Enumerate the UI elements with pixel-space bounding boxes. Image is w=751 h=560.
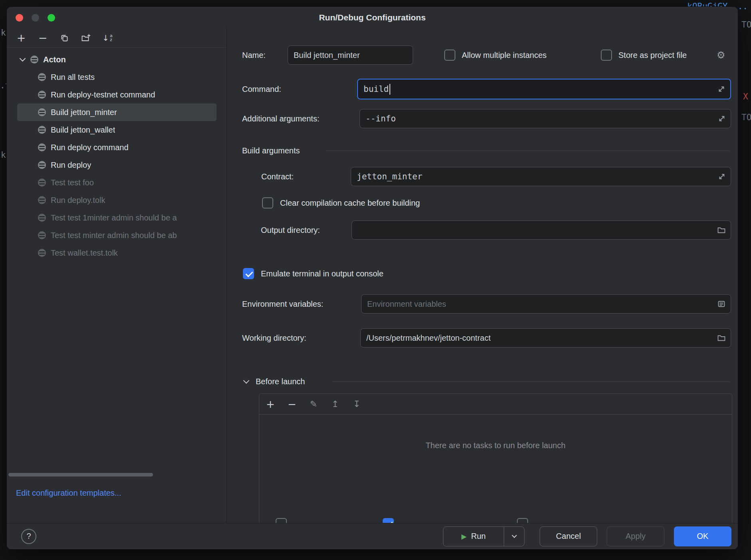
additional-arguments-field[interactable]: --info <box>360 109 731 128</box>
edit-configuration-templates-link[interactable]: Edit configuration templates... <box>16 489 121 498</box>
command-label: Command: <box>242 85 281 94</box>
contract-label: Contract: <box>261 172 294 181</box>
environment-variables-label: Environment variables: <box>242 300 323 309</box>
run-debug-configurations-dialog: Run/Debug Configurations + − ↓ az <box>6 6 738 550</box>
working-directory-label: Working directory: <box>242 334 306 343</box>
contract-value: jetton_minter <box>357 172 422 181</box>
sort-configurations-icon[interactable]: ↓ az <box>103 33 112 43</box>
store-as-project-file-label: Store as project file <box>618 51 687 60</box>
run-config-item[interactable]: Test test 1minter admin should be a <box>7 209 226 226</box>
working-directory-field[interactable] <box>360 328 731 348</box>
working-directory-input[interactable] <box>366 329 711 347</box>
cutoff-checkbox[interactable] <box>517 518 528 523</box>
sidebar-toolbar: + − ↓ az <box>7 28 226 48</box>
expand-field-icon[interactable] <box>718 173 726 181</box>
section-divider <box>332 381 730 382</box>
expand-field-icon[interactable] <box>717 85 725 93</box>
chevron-down-icon <box>512 533 517 538</box>
close-window-button[interactable] <box>16 14 23 22</box>
run-configuration-icon <box>38 143 46 151</box>
run-config-tree: Acton Run all tests Run deploy-testnet c… <box>7 51 226 262</box>
run-config-item[interactable]: Build jetton_wallet <box>7 121 226 139</box>
dialog-titlebar: Run/Debug Configurations <box>7 7 738 28</box>
run-configuration-icon <box>38 161 46 169</box>
configurations-sidebar: + − ↓ az Acton <box>7 28 227 523</box>
folder-browse-icon[interactable] <box>717 226 726 234</box>
emulate-terminal-label: Emulate terminal in output console <box>261 269 383 278</box>
apply-button[interactable]: Apply <box>607 526 664 546</box>
output-directory-input[interactable] <box>358 221 711 239</box>
run-configuration-icon <box>38 73 46 81</box>
zoom-window-button[interactable] <box>48 14 55 22</box>
run-configuration-icon <box>38 126 46 134</box>
allow-multiple-instances-checkbox[interactable] <box>444 50 455 61</box>
cancel-button[interactable]: Cancel <box>540 526 597 546</box>
name-input[interactable] <box>294 46 407 64</box>
run-config-item[interactable]: Run deploy command <box>7 139 226 156</box>
background-text-fragment: TO <box>741 20 751 30</box>
background-text-fragment: X <box>743 92 748 101</box>
expand-field-icon[interactable] <box>718 115 726 123</box>
help-button[interactable]: ? <box>21 529 36 544</box>
run-config-item[interactable]: Test test foo <box>7 174 226 191</box>
run-config-item[interactable]: Run deploy <box>7 156 226 174</box>
run-configuration-icon <box>30 56 38 64</box>
browse-variables-icon[interactable] <box>717 300 726 308</box>
before-launch-panel: + − ✎ ↥ ↧ There are no tasks to run befo… <box>259 393 732 523</box>
run-config-item[interactable]: Test wallet.test.tolk <box>7 244 226 262</box>
ok-button[interactable]: OK <box>674 526 731 546</box>
run-configuration-icon <box>38 179 46 187</box>
additional-arguments-label: Additional arguments: <box>242 114 319 123</box>
environment-variables-input[interactable] <box>367 295 711 313</box>
remove-configuration-icon[interactable]: − <box>38 33 48 43</box>
gear-icon[interactable]: ⚙ <box>717 50 725 61</box>
build-arguments-section-label: Build arguments <box>242 146 300 155</box>
clear-cache-checkbox[interactable] <box>262 197 273 209</box>
run-config-item[interactable]: Run deploy.tolk <box>7 191 226 209</box>
run-config-item-selected[interactable]: Build jetton_minter <box>17 103 217 121</box>
tree-horizontal-scrollbar[interactable] <box>8 473 153 477</box>
move-task-down-icon[interactable]: ↧ <box>352 399 362 409</box>
footer-buttons: ▶ Run Cancel Apply OK <box>443 526 731 546</box>
output-directory-field[interactable] <box>352 220 731 240</box>
dialog-footer: ? ▶ Run Cancel Apply OK <box>7 523 738 549</box>
run-config-item[interactable]: Run deploy-testnet command <box>7 86 226 103</box>
section-divider <box>326 151 730 151</box>
run-config-item[interactable]: Test test minter admin should be ab <box>7 226 226 244</box>
folder-browse-icon[interactable] <box>717 334 726 342</box>
play-icon: ▶ <box>461 532 467 540</box>
emulate-terminal-checkbox[interactable] <box>243 268 254 279</box>
chevron-down-icon[interactable] <box>20 55 26 62</box>
name-field[interactable] <box>288 46 413 65</box>
environment-variables-field[interactable] <box>361 294 731 314</box>
before-launch-toolbar: + − ✎ ↥ ↧ <box>259 394 732 415</box>
run-config-item[interactable]: Run all tests <box>7 68 226 86</box>
background-text-fragment: k <box>1 28 6 38</box>
command-value: build <box>364 84 389 94</box>
run-button-label: Run <box>471 532 486 541</box>
run-configuration-icon <box>38 214 46 222</box>
cutoff-checkbox[interactable] <box>276 518 287 523</box>
run-configuration-icon <box>38 196 46 204</box>
move-task-up-icon[interactable]: ↥ <box>330 399 340 409</box>
run-button[interactable]: ▶ Run <box>443 526 525 546</box>
run-configuration-icon <box>38 231 46 239</box>
copy-configuration-icon[interactable] <box>60 33 69 43</box>
before-launch-collapse-chevron[interactable] <box>243 377 250 384</box>
command-field[interactable]: build <box>357 79 731 99</box>
cutoff-checkbox-checked[interactable] <box>383 518 394 523</box>
remove-task-icon[interactable]: − <box>287 399 297 409</box>
add-task-icon[interactable]: + <box>266 399 275 409</box>
run-options-button[interactable] <box>504 536 524 537</box>
contract-field[interactable]: jetton_minter <box>351 167 731 186</box>
edit-task-icon[interactable]: ✎ <box>309 399 318 409</box>
add-configuration-icon[interactable]: + <box>16 33 26 43</box>
output-directory-label: Output directory: <box>261 226 320 235</box>
run-configuration-icon <box>38 249 46 257</box>
new-folder-icon[interactable] <box>81 33 91 43</box>
text-caret <box>389 84 390 95</box>
tree-root-acton[interactable]: Acton <box>7 51 226 68</box>
store-as-project-file-checkbox[interactable] <box>601 50 612 61</box>
minimize-window-button[interactable] <box>32 14 39 22</box>
allow-multiple-instances-label: Allow multiple instances <box>462 51 546 60</box>
